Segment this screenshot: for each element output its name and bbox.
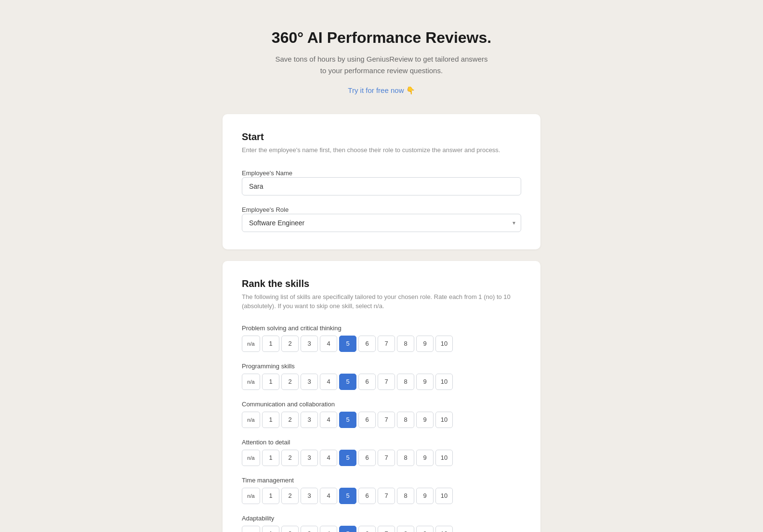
- rating-button[interactable]: 7: [378, 336, 395, 352]
- rating-button[interactable]: 6: [358, 526, 376, 532]
- rating-button[interactable]: 10: [435, 412, 453, 428]
- skill-name: Time management: [242, 477, 521, 484]
- rating-button[interactable]: 1: [262, 336, 279, 352]
- rating-button[interactable]: 6: [358, 488, 376, 504]
- skills-card: Rank the skills The following list of sk…: [223, 261, 540, 532]
- rating-button[interactable]: 1: [262, 450, 279, 466]
- rating-button[interactable]: n/a: [242, 450, 260, 466]
- rating-button[interactable]: 10: [435, 488, 453, 504]
- skill-name: Problem solving and critical thinking: [242, 324, 521, 332]
- employee-name-label: Employee's Name: [242, 169, 292, 177]
- rating-button[interactable]: 5: [339, 488, 356, 504]
- rating-button[interactable]: 7: [378, 450, 395, 466]
- rating-button[interactable]: 3: [301, 412, 318, 428]
- rating-button[interactable]: 10: [435, 336, 453, 352]
- skill-row: Programming skillsn/a12345678910: [242, 363, 521, 390]
- rating-button[interactable]: 9: [416, 526, 434, 532]
- skills-section-title: Rank the skills: [242, 278, 521, 289]
- rating-button[interactable]: 8: [397, 412, 414, 428]
- rating-button[interactable]: 4: [320, 336, 337, 352]
- skills-list: Problem solving and critical thinkingn/a…: [242, 324, 521, 532]
- rating-buttons: n/a12345678910: [242, 488, 521, 504]
- rating-button[interactable]: 7: [378, 526, 395, 532]
- rating-button[interactable]: 10: [435, 374, 453, 390]
- rating-button[interactable]: n/a: [242, 336, 260, 352]
- rating-button[interactable]: 6: [358, 336, 376, 352]
- rating-button[interactable]: 4: [320, 412, 337, 428]
- rating-button[interactable]: 5: [339, 412, 356, 428]
- rating-button[interactable]: n/a: [242, 526, 260, 532]
- try-link[interactable]: Try it for free now 👇: [348, 86, 415, 94]
- employee-role-wrapper: Software Engineer Product Manager Design…: [242, 214, 521, 232]
- skill-row: Time managementn/a12345678910: [242, 477, 521, 504]
- employee-role-label: Employee's Role: [242, 206, 289, 213]
- rating-button[interactable]: 9: [416, 374, 434, 390]
- rating-button[interactable]: 2: [281, 374, 299, 390]
- rating-button[interactable]: 9: [416, 412, 434, 428]
- rating-button[interactable]: 1: [262, 412, 279, 428]
- employee-name-input[interactable]: [242, 177, 521, 195]
- rating-button[interactable]: 3: [301, 526, 318, 532]
- rating-button[interactable]: 1: [262, 488, 279, 504]
- rating-button[interactable]: 10: [435, 526, 453, 532]
- skill-name: Adaptability: [242, 515, 521, 522]
- rating-button[interactable]: 3: [301, 450, 318, 466]
- rating-button[interactable]: 3: [301, 488, 318, 504]
- rating-button[interactable]: 6: [358, 450, 376, 466]
- rating-buttons: n/a12345678910: [242, 412, 521, 428]
- rating-button[interactable]: 8: [397, 374, 414, 390]
- rating-buttons: n/a12345678910: [242, 526, 521, 532]
- rating-button[interactable]: 6: [358, 374, 376, 390]
- rating-button[interactable]: n/a: [242, 374, 260, 390]
- rating-button[interactable]: 7: [378, 374, 395, 390]
- rating-button[interactable]: n/a: [242, 488, 260, 504]
- employee-name-field: Employee's Name: [242, 169, 521, 205]
- rating-button[interactable]: 4: [320, 374, 337, 390]
- rating-button[interactable]: 4: [320, 488, 337, 504]
- start-section-subtitle: Enter the employee's name first, then ch…: [242, 145, 521, 155]
- rating-button[interactable]: 8: [397, 450, 414, 466]
- rating-button[interactable]: 8: [397, 488, 414, 504]
- rating-button[interactable]: 9: [416, 488, 434, 504]
- rating-button[interactable]: 9: [416, 336, 434, 352]
- rating-button[interactable]: 5: [339, 336, 356, 352]
- skill-name: Programming skills: [242, 363, 521, 370]
- rating-button[interactable]: 5: [339, 450, 356, 466]
- rating-button[interactable]: 5: [339, 526, 356, 532]
- hero-title: 360° AI Performance Reviews.: [10, 29, 753, 47]
- rating-button[interactable]: n/a: [242, 412, 260, 428]
- hero-section: 360° AI Performance Reviews. Save tons o…: [10, 29, 753, 95]
- rating-button[interactable]: 2: [281, 450, 299, 466]
- rating-button[interactable]: 4: [320, 526, 337, 532]
- skill-row: Attention to detailn/a12345678910: [242, 439, 521, 466]
- rating-button[interactable]: 3: [301, 374, 318, 390]
- start-section-title: Start: [242, 131, 521, 143]
- employee-role-select[interactable]: Software Engineer Product Manager Design…: [242, 214, 521, 232]
- rating-button[interactable]: 1: [262, 374, 279, 390]
- rating-button[interactable]: 2: [281, 526, 299, 532]
- rating-button[interactable]: 3: [301, 336, 318, 352]
- rating-button[interactable]: 1: [262, 526, 279, 532]
- rating-button[interactable]: 4: [320, 450, 337, 466]
- rating-button[interactable]: 2: [281, 488, 299, 504]
- rating-button[interactable]: 8: [397, 336, 414, 352]
- hero-subtitle: Save tons of hours by using GeniusReview…: [10, 53, 753, 77]
- rating-button[interactable]: 7: [378, 412, 395, 428]
- rating-button[interactable]: 2: [281, 412, 299, 428]
- skill-name: Communication and collaboration: [242, 401, 521, 408]
- rating-button[interactable]: 7: [378, 488, 395, 504]
- rating-buttons: n/a12345678910: [242, 336, 521, 352]
- rating-button[interactable]: 9: [416, 450, 434, 466]
- rating-buttons: n/a12345678910: [242, 450, 521, 466]
- skill-row: Problem solving and critical thinkingn/a…: [242, 324, 521, 352]
- rating-button[interactable]: 2: [281, 336, 299, 352]
- rating-button[interactable]: 10: [435, 450, 453, 466]
- rating-button[interactable]: 5: [339, 374, 356, 390]
- rating-button[interactable]: 6: [358, 412, 376, 428]
- rating-button[interactable]: 8: [397, 526, 414, 532]
- start-card: Start Enter the employee's name first, t…: [223, 114, 540, 249]
- skill-row: Communication and collaborationn/a123456…: [242, 401, 521, 428]
- skills-section-subtitle: The following list of skills are specifi…: [242, 292, 521, 311]
- employee-role-field: Employee's Role Software Engineer Produc…: [242, 205, 521, 232]
- skill-name: Attention to detail: [242, 439, 521, 446]
